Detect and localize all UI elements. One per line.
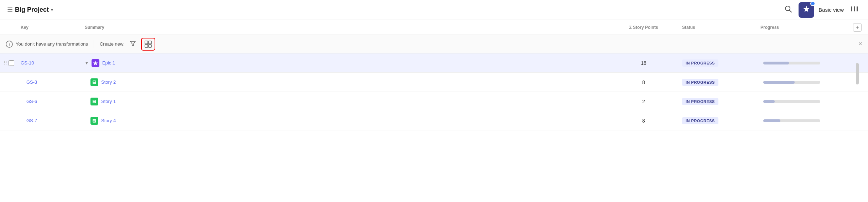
story-type-badge: [90, 117, 98, 125]
row-progress: [758, 62, 850, 64]
status-badge: IN PROGRESS: [682, 98, 718, 105]
filter-button[interactable]: [128, 39, 137, 50]
scrollbar-thumb[interactable]: [856, 63, 859, 84]
svg-rect-19: [93, 120, 95, 120]
status-badge: IN PROGRESS: [682, 117, 718, 124]
table-row: GS-3Story 28IN PROGRESS: [0, 73, 868, 92]
row-story-points: 2: [608, 99, 679, 104]
col-key: Key: [18, 25, 82, 30]
svg-rect-7: [145, 41, 148, 44]
drag-dots-icon: ⠿: [4, 60, 7, 66]
svg-rect-10: [149, 45, 151, 47]
notification-text: You don't have any transformations: [16, 41, 88, 47]
column-headers: Key Summary Σ Story Points Status Progre…: [0, 20, 868, 35]
table-row: ⠿ GS-10▼Epic 118IN PROGRESS: [0, 53, 868, 73]
progress-bar-background: [763, 81, 820, 84]
row-key[interactable]: GS-7: [18, 118, 82, 123]
chevron-down-icon[interactable]: ▾: [51, 7, 53, 12]
expand-arrow-icon[interactable]: ▼: [85, 61, 89, 65]
row-key[interactable]: GS-6: [18, 99, 82, 104]
svg-rect-13: [93, 81, 95, 82]
story-type-badge: [90, 78, 98, 86]
table-row: GS-6Story 12IN PROGRESS: [0, 92, 868, 111]
row-status: IN PROGRESS: [679, 79, 758, 86]
svg-rect-5: [857, 6, 858, 11]
svg-line-1: [790, 10, 792, 12]
header-right: Basic view: [782, 2, 861, 18]
transform-button[interactable]: [141, 38, 155, 51]
progress-bar-background: [763, 62, 820, 64]
project-menu-icon: ☰: [7, 6, 13, 14]
svg-rect-14: [93, 83, 95, 83]
columns-button[interactable]: [848, 2, 861, 17]
row-status: IN PROGRESS: [679, 59, 758, 67]
item-title[interactable]: Story 4: [101, 118, 116, 123]
header-left: ☰ Big Project ▾: [7, 6, 53, 14]
svg-rect-4: [854, 6, 855, 11]
svg-rect-15: [93, 100, 96, 103]
svg-rect-12: [93, 81, 96, 84]
row-status: IN PROGRESS: [679, 117, 758, 124]
epic-type-badge: [92, 59, 99, 67]
row-summary: Story 4: [82, 117, 608, 125]
row-drag-handle: ⠿: [4, 60, 18, 66]
create-new-label: Create new:: [100, 41, 125, 47]
item-title[interactable]: Epic 1: [102, 60, 115, 66]
notification-bar: i You don't have any transformations Cre…: [0, 35, 868, 53]
row-progress: [758, 81, 850, 84]
row-story-points: 8: [608, 79, 679, 85]
svg-marker-2: [803, 6, 810, 12]
row-checkbox[interactable]: [9, 60, 14, 66]
svg-rect-18: [93, 119, 96, 123]
separator: [94, 40, 94, 48]
row-progress: [758, 119, 850, 122]
row-summary: Story 1: [82, 98, 608, 105]
col-summary: Summary: [82, 25, 608, 30]
row-story-points: 18: [608, 60, 679, 66]
table-body: ⠿ GS-10▼Epic 118IN PROGRESSGS-3Story 28I…: [0, 53, 868, 130]
row-key[interactable]: GS-10: [18, 60, 82, 66]
row-status: IN PROGRESS: [679, 98, 758, 105]
close-notification-button[interactable]: ×: [858, 40, 862, 48]
svg-marker-11: [93, 61, 98, 65]
project-title: Big Project: [15, 6, 49, 14]
col-story-points: Σ Story Points: [608, 25, 679, 30]
header: ☰ Big Project ▾ Basic view: [0, 0, 868, 20]
svg-rect-8: [149, 41, 151, 44]
svg-rect-9: [145, 45, 148, 47]
basic-view-label: Basic view: [818, 7, 844, 13]
row-key[interactable]: GS-3: [18, 79, 82, 85]
add-column-button[interactable]: +: [853, 23, 862, 32]
col-progress: Progress: [758, 25, 850, 30]
status-badge: IN PROGRESS: [682, 79, 718, 86]
col-add: +: [850, 23, 864, 32]
svg-rect-3: [851, 6, 852, 11]
search-button[interactable]: [782, 3, 794, 17]
progress-bar-fill: [763, 81, 795, 84]
progress-bar-background: [763, 119, 820, 122]
row-summary: ▼Epic 1: [82, 59, 608, 67]
item-title[interactable]: Story 1: [101, 99, 116, 104]
item-title[interactable]: Story 2: [101, 79, 116, 85]
row-progress: [758, 100, 850, 103]
svg-rect-20: [93, 121, 95, 122]
table-row: GS-7Story 48IN PROGRESS: [0, 111, 868, 130]
progress-bar-fill: [763, 100, 775, 103]
status-badge: IN PROGRESS: [682, 59, 718, 67]
row-summary: Story 2: [82, 78, 608, 86]
ai-assistant-button[interactable]: [799, 2, 814, 18]
notification-info: i You don't have any transformations: [6, 41, 88, 48]
progress-bar-background: [763, 100, 820, 103]
col-status: Status: [679, 25, 758, 30]
progress-bar-fill: [763, 119, 780, 122]
row-story-points: 8: [608, 118, 679, 124]
info-icon: i: [6, 41, 13, 48]
svg-rect-17: [93, 102, 95, 103]
create-new-section: Create new:: [100, 38, 155, 51]
svg-rect-16: [93, 100, 95, 101]
progress-bar-fill: [763, 62, 789, 64]
ai-icon: [802, 5, 810, 15]
story-type-badge: [90, 98, 98, 105]
svg-marker-6: [130, 41, 135, 46]
